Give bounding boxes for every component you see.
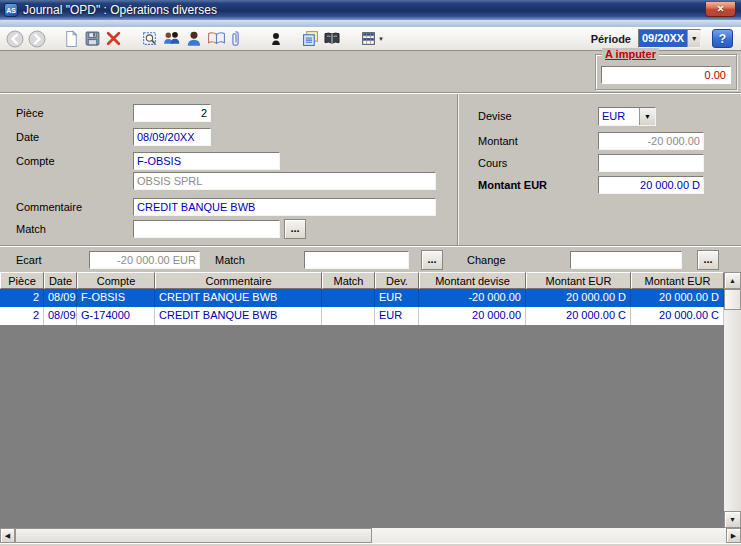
ecart-match-field[interactable]: [304, 251, 409, 269]
devise-value: EUR: [599, 108, 639, 125]
column-header-montant-eur-2[interactable]: Montant EUR: [631, 272, 724, 289]
horizontal-scrollbar[interactable]: ◀ ▶: [0, 528, 741, 543]
column-header-dev[interactable]: Dev.: [375, 272, 419, 289]
column-header-montant-eur[interactable]: Montant EUR: [526, 272, 631, 289]
horizontal-scrollbar-thumb[interactable]: [15, 528, 372, 543]
a-imputer-label: A imputer: [602, 48, 659, 60]
montant-label: Montant: [478, 135, 518, 147]
cours-field[interactable]: [598, 154, 704, 172]
cell-dev: EUR: [375, 307, 419, 325]
period-label: Période: [591, 33, 631, 45]
new-document-icon[interactable]: [61, 28, 82, 49]
scroll-left-icon[interactable]: ◀: [0, 528, 15, 543]
column-header-montant-devise[interactable]: Montant devise: [419, 272, 526, 289]
period-combobox[interactable]: 09/20XX ▼: [638, 29, 701, 48]
montant-field: -20 000.00: [598, 132, 704, 150]
forms-icon[interactable]: [300, 28, 321, 49]
form-vertical-divider: [457, 94, 459, 245]
piece-label: Pièce: [16, 107, 44, 119]
cell-date: 08/09: [44, 307, 77, 325]
grid-options-dropdown-arrow[interactable]: ▼: [378, 36, 384, 42]
montant-eur-label: Montant EUR: [478, 179, 547, 191]
column-header-compte[interactable]: Compte: [77, 272, 155, 289]
app-icon: AS: [4, 3, 18, 17]
a-imputer-groupbox: A imputer 0.00: [595, 54, 737, 90]
devise-dropdown-arrow[interactable]: ▼: [639, 108, 655, 125]
cell-dev: EUR: [375, 289, 419, 307]
change-field[interactable]: [570, 251, 682, 269]
cell-piece: 2: [0, 289, 44, 307]
journal-window: AS Journal "OPD" : Opérations diverses ✕: [0, 0, 741, 546]
ecart-label: Ecart: [16, 254, 42, 266]
cell-montant-eur-2: 20 000.00 D: [631, 289, 724, 307]
table-header-row: Pièce Date Compte Commentaire Match Dev.…: [0, 272, 724, 289]
delete-icon[interactable]: [103, 28, 124, 49]
piece-field[interactable]: 2: [133, 104, 211, 122]
cell-date: 08/09: [44, 289, 77, 307]
commentaire-label: Commentaire: [16, 201, 82, 213]
ecart-field: -20 000.00 EUR: [89, 251, 200, 269]
table-row[interactable]: 2 08/09 F-OBSIS CREDIT BANQUE BWB EUR -2…: [0, 289, 724, 307]
compte-name-field: OBSIS SPRL: [133, 172, 436, 190]
print-preview-icon[interactable]: [139, 28, 160, 49]
commentaire-field[interactable]: CREDIT BANQUE BWB: [133, 198, 436, 216]
column-header-date[interactable]: Date: [44, 272, 77, 289]
cell-montant-devise: 20 000.00: [419, 307, 526, 325]
contact-icon[interactable]: [267, 28, 285, 49]
back-icon[interactable]: [4, 28, 26, 49]
match-field[interactable]: [133, 220, 280, 238]
dictionary-icon[interactable]: [321, 28, 343, 49]
match-browse-button[interactable]: ...: [284, 219, 306, 239]
cell-compte: G-174000: [77, 307, 155, 325]
window-chrome-band: [0, 20, 741, 27]
ecart-match-browse-button[interactable]: ...: [421, 250, 443, 270]
attachment-icon[interactable]: [228, 28, 243, 49]
cell-commentaire: CREDIT BANQUE BWB: [155, 289, 322, 307]
journal-lines-table: Pièce Date Compte Commentaire Match Dev.…: [0, 272, 724, 528]
forward-icon[interactable]: [26, 28, 48, 49]
close-button[interactable]: ✕: [705, 1, 736, 17]
scroll-right-icon[interactable]: ▶: [726, 528, 741, 543]
cell-match: [322, 307, 375, 325]
period-value: 09/20XX: [639, 30, 687, 47]
scroll-up-icon[interactable]: ▲: [724, 272, 741, 289]
vertical-scrollbar[interactable]: ▲ ▼: [724, 272, 741, 528]
grid-options-icon[interactable]: ▼: [358, 28, 386, 49]
ecart-bar: Ecart -20 000.00 EUR Match ... Change ..…: [0, 245, 741, 272]
cell-montant-devise: -20 000.00: [419, 289, 526, 307]
users-icon[interactable]: [160, 28, 183, 49]
match-label: Match: [16, 223, 46, 235]
devise-combobox[interactable]: EUR ▼: [598, 107, 656, 126]
date-label: Date: [16, 131, 39, 143]
cell-compte: F-OBSIS: [77, 289, 155, 307]
date-field[interactable]: 08/09/20XX: [133, 128, 211, 146]
help-button[interactable]: ?: [712, 29, 733, 48]
user-icon[interactable]: [183, 28, 205, 49]
cell-montant-eur-2: 20 000.00 C: [631, 307, 724, 325]
cell-montant-eur: 20 000.00 D: [526, 289, 631, 307]
column-header-match[interactable]: Match: [322, 272, 375, 289]
window-title: Journal "OPD" : Opérations diverses: [23, 3, 217, 17]
table-row[interactable]: 2 08/09 G-174000 CREDIT BANQUE BWB EUR 2…: [0, 307, 724, 325]
change-browse-button[interactable]: ...: [697, 250, 719, 270]
cell-match: [322, 289, 375, 307]
column-header-commentaire[interactable]: Commentaire: [155, 272, 322, 289]
table-empty-area: [0, 325, 724, 528]
compte-field[interactable]: F-OBSIS: [133, 152, 280, 170]
header-band: A imputer 0.00: [0, 51, 741, 92]
cell-commentaire: CREDIT BANQUE BWB: [155, 307, 322, 325]
period-dropdown-arrow[interactable]: ▼: [687, 30, 700, 47]
devise-label: Devise: [478, 110, 512, 122]
cell-piece: 2: [0, 307, 44, 325]
a-imputer-field[interactable]: 0.00: [601, 66, 731, 84]
vertical-scrollbar-thumb[interactable]: [724, 289, 741, 310]
scroll-down-icon[interactable]: ▼: [724, 511, 741, 528]
montant-eur-field[interactable]: 20 000.00 D: [598, 176, 704, 194]
column-header-piece[interactable]: Pièce: [0, 272, 44, 289]
journal-book-icon[interactable]: [205, 28, 228, 49]
change-label: Change: [467, 254, 506, 266]
title-bar: AS Journal "OPD" : Opérations diverses ✕: [0, 0, 741, 20]
cours-label: Cours: [478, 157, 507, 169]
cell-montant-eur: 20 000.00 C: [526, 307, 631, 325]
save-icon[interactable]: [82, 28, 103, 49]
